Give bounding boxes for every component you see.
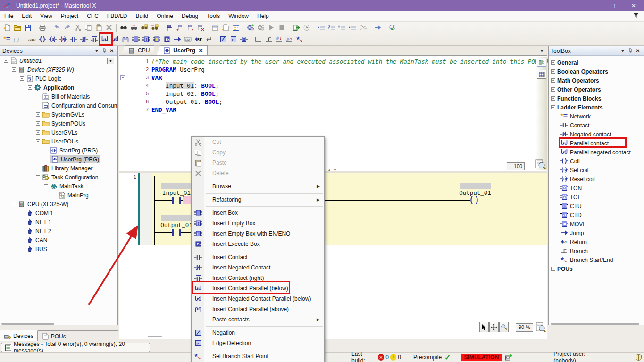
copy-toolbar-icon[interactable] bbox=[84, 23, 93, 33]
messages-bar[interactable]: Messages - Total 0 error(s), 0 warning(s… bbox=[1, 343, 150, 352]
toolbox-reset-coil[interactable]: RReset coil bbox=[549, 175, 643, 184]
box-toolbar-icon[interactable] bbox=[131, 35, 141, 44]
code-line[interactable]: Input_01: BOOL; bbox=[151, 82, 219, 90]
code-line[interactable]: Output_01: BOOL; bbox=[151, 98, 223, 106]
menu-project[interactable]: Project bbox=[57, 11, 83, 21]
toolbox-ton[interactable]: TON bbox=[549, 184, 643, 193]
tree-item-net-1[interactable]: NET 1 bbox=[1, 218, 117, 227]
tabular-view-button[interactable] bbox=[537, 70, 546, 79]
login-toolbar-icon[interactable] bbox=[292, 23, 301, 33]
bookmarknext-toolbar-icon[interactable] bbox=[185, 23, 195, 33]
stepout-toolbar-icon[interactable] bbox=[337, 23, 347, 33]
toolbox-jump[interactable]: Jump bbox=[549, 228, 643, 237]
calendar-toolbar-icon[interactable] bbox=[231, 23, 241, 33]
toolbox-return[interactable]: RETReturn bbox=[549, 237, 643, 246]
select-tool-button[interactable] bbox=[479, 322, 489, 332]
branchstar-toolbar-icon[interactable] bbox=[295, 35, 305, 44]
contact1-label[interactable]: Input_01 bbox=[159, 190, 194, 197]
expander-icon[interactable]: − bbox=[36, 175, 40, 179]
expander-icon[interactable]: + bbox=[551, 87, 555, 92]
coil-placeholder-box[interactable] bbox=[460, 183, 491, 189]
cut-toolbar-icon[interactable] bbox=[73, 23, 83, 33]
setoutput-toolbar-icon[interactable]: S bbox=[239, 35, 249, 44]
toolbox-ctu[interactable]: +1CTU bbox=[549, 202, 643, 210]
menu-view[interactable]: View bbox=[36, 11, 57, 21]
splitter-arrows-icon[interactable]: ▲▼ bbox=[327, 168, 339, 172]
code-line[interactable]: Input_02: BOOL; bbox=[151, 90, 219, 98]
ladder-zoom-value[interactable]: 90 % bbox=[516, 323, 533, 332]
negation-toolbar-icon[interactable] bbox=[218, 35, 228, 44]
toolbox-coil[interactable]: Coil bbox=[549, 157, 643, 166]
st-zoom-icon[interactable] bbox=[535, 159, 546, 170]
toolbox-ctd[interactable]: -1CTD bbox=[549, 210, 643, 219]
expander-icon[interactable]: − bbox=[12, 67, 16, 72]
toolbox-close-icon[interactable]: ✕ bbox=[634, 47, 642, 55]
tab-close-icon[interactable]: ✕ bbox=[199, 48, 203, 54]
tree-item-startprg-prg-[interactable]: StartPrg (PRG) bbox=[1, 146, 117, 155]
toolbox-branch-start-end[interactable]: Branch Start/End bbox=[549, 255, 643, 264]
active-application-dropdown[interactable]: ▼ bbox=[107, 58, 114, 64]
setcoil-toolbar-icon[interactable]: S bbox=[48, 35, 58, 44]
flow-toolbar-icon[interactable] bbox=[358, 23, 368, 33]
branchup-toolbar-icon[interactable] bbox=[285, 35, 294, 44]
buildall-toolbar-icon[interactable] bbox=[256, 23, 266, 33]
print-toolbar-icon[interactable] bbox=[38, 23, 47, 33]
build-toolbar-icon[interactable] bbox=[246, 23, 255, 33]
context-menu-item-insert-box[interactable]: Insert Box bbox=[192, 208, 324, 218]
menu-window[interactable]: Window bbox=[224, 11, 253, 21]
context-menu-item-copy[interactable]: Copy bbox=[192, 147, 324, 158]
menu-fbdld[interactable]: FBD/LD bbox=[103, 11, 132, 21]
stepinto-toolbar-icon[interactable] bbox=[317, 23, 326, 33]
context-menu-item-edge-detection[interactable]: PEdge Detection bbox=[192, 338, 324, 348]
menu-tools[interactable]: Tools bbox=[202, 11, 224, 21]
tree-item-maintask[interactable]: −MainTask bbox=[1, 182, 117, 191]
toolbox-hscrollbar[interactable] bbox=[551, 323, 639, 325]
expander-icon[interactable]: + bbox=[36, 112, 40, 117]
bookmark-toolbar-icon[interactable] bbox=[165, 23, 174, 33]
editor-tab-userprg[interactable]: UserPrg✕ bbox=[156, 45, 208, 55]
toolbox-pin-icon[interactable] bbox=[627, 47, 634, 55]
expander-icon[interactable]: − bbox=[28, 85, 32, 90]
sync-toolbar-icon[interactable] bbox=[387, 23, 397, 33]
expander-icon[interactable]: + bbox=[551, 78, 555, 83]
tree-item-usergvls[interactable]: +UserGVLs bbox=[1, 128, 117, 137]
ladder-editor[interactable]: 1 Input_01 Output_01 Output_01 90 % bbox=[119, 173, 547, 339]
expander-icon[interactable]: − bbox=[36, 139, 40, 143]
emptybox-toolbar-icon[interactable]: ? bbox=[142, 35, 151, 44]
devices-close-icon[interactable]: ✕ bbox=[108, 47, 116, 55]
toolbox-pous[interactable]: +POUs bbox=[549, 264, 643, 273]
tree-item-com-1[interactable]: COM 1 bbox=[1, 209, 117, 218]
devices-pin-icon[interactable] bbox=[100, 47, 108, 55]
toolbox-dropdown-icon[interactable]: ▼ bbox=[619, 47, 627, 55]
return-toolbar-icon[interactable]: RET bbox=[193, 35, 203, 44]
maximize-button[interactable]: ▢ bbox=[602, 0, 623, 11]
tree-item-application[interactable]: −Application bbox=[1, 83, 117, 92]
code-line[interactable]: (*The main code inserted by the user and… bbox=[151, 58, 549, 66]
context-menu-item-delete[interactable]: Delete bbox=[192, 168, 324, 178]
parallelabove-toolbar-icon[interactable] bbox=[121, 35, 130, 44]
tree-item-userpous[interactable]: −UserPOUs bbox=[1, 137, 117, 146]
contact2-label[interactable]: Output_01 bbox=[157, 222, 196, 229]
security-shield-icon[interactable] bbox=[635, 354, 643, 361]
toolbox-move[interactable]: =MOVE bbox=[549, 219, 643, 228]
parallelnegbelow-toolbar-icon[interactable] bbox=[110, 35, 120, 44]
delete-toolbar-icon[interactable] bbox=[104, 23, 114, 33]
expander-icon[interactable]: − bbox=[44, 184, 48, 188]
contact1-placeholder-box[interactable] bbox=[161, 183, 192, 189]
context-menu-item-insert-execute-box[interactable]: ExInsert Execute Box bbox=[192, 239, 324, 249]
toolbox-contact[interactable]: Contact bbox=[549, 121, 643, 130]
var-toolbar-icon[interactable]: -VAR bbox=[27, 35, 37, 44]
props-toolbar-icon[interactable] bbox=[210, 23, 220, 33]
tree-item-bill-of-materials[interactable]: Bill of Materials bbox=[1, 92, 117, 101]
stop-toolbar-icon[interactable] bbox=[277, 23, 286, 33]
tree-item-task-configuration[interactable]: −Task Configuration bbox=[1, 173, 117, 182]
toolbox-other-operators[interactable]: +Other Operators bbox=[549, 85, 643, 94]
toolbox-network[interactable]: Network bbox=[549, 112, 643, 121]
expander-icon[interactable]: + bbox=[551, 267, 555, 271]
tree-item-systemgvls[interactable]: +SystemGVLs bbox=[1, 110, 117, 119]
context-menu-item-paste[interactable]: Paste bbox=[192, 158, 324, 168]
branchL-toolbar-icon[interactable] bbox=[254, 35, 263, 44]
expander-icon[interactable]: + bbox=[36, 121, 40, 126]
expander-icon[interactable]: + bbox=[36, 130, 40, 135]
toolbox-general[interactable]: +General bbox=[549, 58, 643, 67]
